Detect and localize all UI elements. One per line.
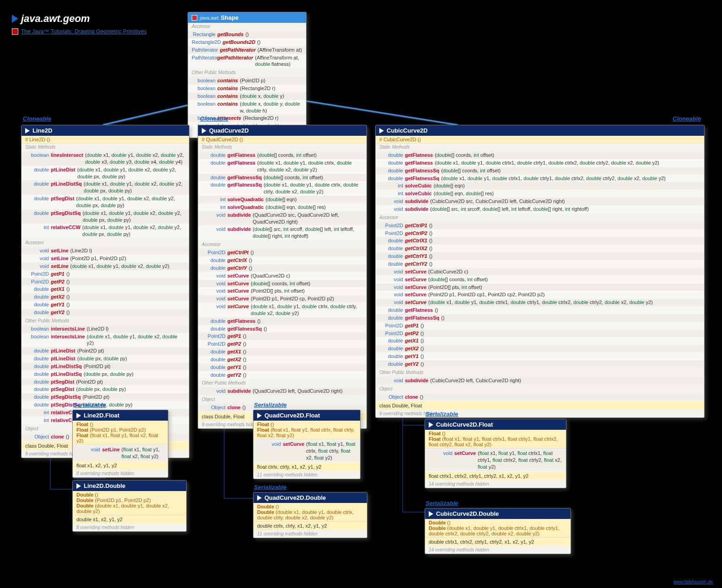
method-row: Rectangle getBounds () bbox=[188, 31, 306, 38]
method-row: double ptLineDist (double x1, double y1,… bbox=[22, 166, 189, 181]
method-row: double getY2 () bbox=[22, 309, 189, 316]
method-row: void setCurve (double x1, double y1, dou… bbox=[198, 303, 366, 317]
class-quadcurve2d: QuadCurve2D # QuadCurve2D () Static Meth… bbox=[198, 125, 367, 429]
constructor-bar: Double ()Double (double x1, double y1, d… bbox=[425, 519, 571, 538]
play-icon bbox=[76, 483, 81, 489]
method-row: double getX1 () bbox=[198, 348, 366, 356]
method-row: double getFlatnessSq (double[] coords, i… bbox=[198, 174, 366, 182]
section-label: Other Public Methods bbox=[188, 69, 306, 76]
method-row: double getX1 () bbox=[22, 285, 189, 293]
section-label: Static Methods bbox=[376, 144, 704, 150]
class-head: QuadCurve2D.Float bbox=[253, 410, 360, 421]
hidden-note: 11 overriding methods hidden bbox=[253, 530, 367, 538]
method-row: void setCurve (Point2D[] pts, int offset… bbox=[376, 283, 704, 291]
method-row: double getCtrlX2 () bbox=[376, 245, 704, 252]
section-label: Static Methods bbox=[22, 144, 189, 150]
class-head: CubicCurve2D.Float bbox=[425, 419, 566, 430]
method-row: double getX2 () bbox=[198, 356, 366, 363]
method-row: double getFlatness (double[] coords, int… bbox=[198, 151, 366, 159]
class-name-text: Line2D.Double bbox=[84, 482, 125, 489]
method-row: void setCurve (CubicCurve2D c) bbox=[376, 268, 704, 276]
method-row: int solveQuadratic (double[] eqn) bbox=[198, 196, 366, 203]
oracle-icon bbox=[12, 28, 18, 35]
method-row: boolean intersectsLine (double x1, doubl… bbox=[22, 333, 189, 347]
play-icon bbox=[76, 413, 81, 418]
method-row: double getY2 () bbox=[376, 360, 704, 368]
method-row: double getFlatness (double x1, double y1… bbox=[198, 159, 366, 174]
constructor-bar: Double ()Double (double x1, double y1, d… bbox=[253, 503, 367, 522]
section-label: Other Public Methods bbox=[376, 369, 704, 376]
method-row: double getCtrlX1 () bbox=[376, 237, 704, 245]
method-row: void subdivide (CubicCurve2D left, Cubic… bbox=[376, 377, 704, 385]
method-row: void setCurve (float x1, float y1, float… bbox=[253, 440, 360, 462]
iface-serializable[interactable]: Serializable bbox=[254, 401, 287, 408]
section-label: Accessor bbox=[22, 239, 189, 246]
class-quad-float: QuadCurve2D.Float Float ()Float (float x… bbox=[253, 410, 361, 479]
iface-serializable[interactable]: Serializable bbox=[426, 411, 458, 417]
tutorial-link-row: The Java™ Tutorials: Drawing Geometric P… bbox=[12, 28, 147, 35]
method-row: void subdivide (CubicCurve2D src, CubicC… bbox=[376, 198, 704, 205]
section-label: Other Public Methods bbox=[22, 317, 189, 324]
method-row: boolean contains (double x, double y) bbox=[188, 92, 306, 100]
method-row: double getFlatnessSq () bbox=[198, 325, 366, 333]
fields: float ctrlx, ctrly, x1, x2, y1, y2 bbox=[253, 463, 360, 471]
method-row: double ptLineDist (Point2D pt) bbox=[22, 347, 189, 355]
class-cubiccurve2d: CubicCurve2D # CubicCurve2D () Static Me… bbox=[375, 125, 705, 418]
constructor-bar: Double ()Double (Point2D p1, Point2D p2)… bbox=[73, 491, 186, 515]
method-row: double getFlatness () bbox=[198, 317, 366, 325]
iface-cloneable[interactable]: Cloneable bbox=[673, 115, 701, 122]
method-row: Point2D getP1 () bbox=[198, 332, 366, 340]
tutorial-link[interactable]: The Java™ Tutorials: Drawing Geometric P… bbox=[21, 28, 147, 35]
package-title-text: java.awt.geom bbox=[21, 13, 90, 25]
inner-classes: class Double, Float bbox=[376, 401, 704, 410]
iface-serializable[interactable]: Serializable bbox=[426, 500, 458, 507]
method-row: void setCurve (double[] coords, int offs… bbox=[376, 276, 704, 283]
class-head: Line2D.Double bbox=[73, 481, 186, 491]
class-cubic-float: CubicCurve2D.Float Float ()Float (float … bbox=[425, 419, 566, 488]
class-name-text: QuadCurve2D bbox=[209, 127, 249, 134]
section-label: Other Public Methods bbox=[198, 380, 366, 386]
method-row: double getY1 () bbox=[22, 301, 189, 309]
method-row: double ptLineDistSq (double x1, double y… bbox=[22, 180, 189, 195]
constructor-bar: # CubicCurve2D () bbox=[376, 136, 704, 144]
section-label: Accessor bbox=[198, 241, 366, 248]
method-row: double getFlatnessSq () bbox=[376, 314, 704, 322]
class-name-text: Shape bbox=[221, 14, 238, 21]
method-row: Point2D getCtrlPt () bbox=[198, 249, 366, 257]
method-row: void setCurve (QuadCurve2D c) bbox=[198, 272, 366, 280]
method-row: void setCurve (Point2D p1, Point2D cp1, … bbox=[376, 291, 704, 299]
interface-icon bbox=[192, 15, 197, 21]
method-row: Object clone () bbox=[376, 393, 704, 401]
iface-cloneable[interactable]: Cloneable bbox=[200, 115, 228, 122]
class-name-text: CubicCurve2D bbox=[387, 127, 428, 134]
credit-link[interactable]: www.falkhausen.de bbox=[674, 579, 713, 584]
method-row: Point2D getP1 () bbox=[22, 270, 189, 278]
class-name-text: QuadCurve2D.Double bbox=[264, 494, 326, 501]
method-row: double getFlatnessSq (double[] coords, i… bbox=[376, 167, 704, 175]
method-list: boolean linesIntersect (double x1, doubl… bbox=[22, 150, 189, 239]
method-row: Point2D getCtrlP1 () bbox=[376, 222, 704, 230]
method-list: void setLine (float x1, float y1, float … bbox=[73, 445, 168, 461]
method-list: Point2D getCtrlPt ()double getCtrlX ()do… bbox=[198, 248, 366, 380]
method-list: void subdivide (QuadCurve2D left, QuadCu… bbox=[198, 386, 366, 396]
section-label: Accessor bbox=[376, 214, 704, 221]
class-quad-double: QuadCurve2D.Double Double ()Double (doub… bbox=[253, 492, 367, 538]
class-name-text: QuadCurve2D.Float bbox=[264, 412, 320, 419]
method-row: void subdivide (QuadCurve2D left, QuadCu… bbox=[198, 387, 366, 395]
method-row: double getCtrlY () bbox=[198, 264, 366, 272]
iface-cloneable[interactable]: Cloneable bbox=[23, 115, 51, 122]
fields: float x1, x2, y1, y2 bbox=[73, 461, 168, 470]
method-row: double ptSegDistSq (double x1, double y1… bbox=[22, 209, 189, 224]
class-name-text: Line2D.Float bbox=[84, 412, 119, 419]
method-row: boolean contains (Point2D p) bbox=[188, 77, 306, 85]
method-row: double getCtrlY2 () bbox=[376, 260, 704, 268]
class-head: CubicCurve2D bbox=[376, 125, 704, 136]
method-row: double getX1 () bbox=[376, 337, 704, 345]
play-icon bbox=[12, 15, 18, 23]
iface-serializable[interactable]: Serializable bbox=[254, 484, 287, 491]
method-row: double getFlatnessSq (double x1, double … bbox=[376, 175, 704, 182]
iface-serializable[interactable]: Serializable bbox=[73, 401, 106, 408]
class-line2d-float: Line2D.Float Float ()Float (Point2D p1, … bbox=[72, 410, 168, 478]
hidden-note: 14 overriding methods hidden bbox=[425, 546, 571, 554]
play-icon bbox=[257, 413, 262, 418]
